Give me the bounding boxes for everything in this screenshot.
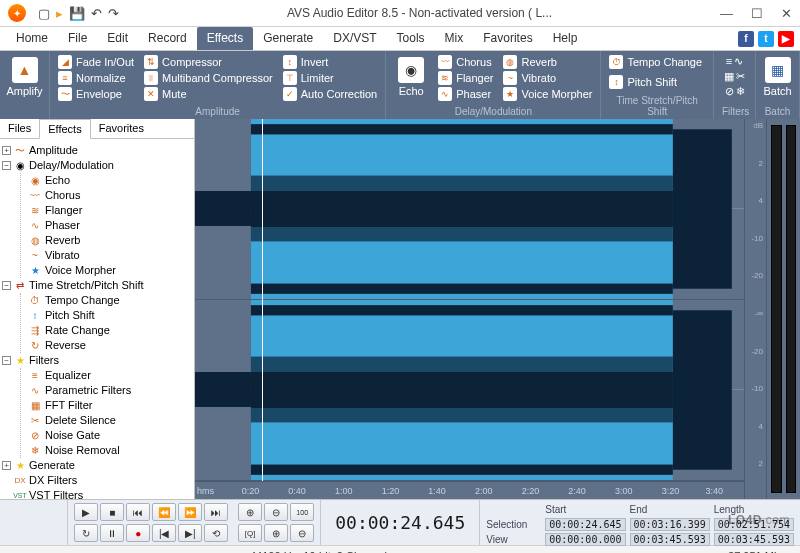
tree-voicemorpher[interactable]: ★Voice Morpher bbox=[29, 263, 192, 278]
zoomout-button[interactable]: ⊖ bbox=[264, 503, 288, 521]
sel-end[interactable]: 00:03:16.399 bbox=[630, 518, 710, 531]
tree-vibrato[interactable]: ~Vibrato bbox=[29, 248, 192, 263]
tree-amplitude[interactable]: +〜Amplitude bbox=[2, 143, 192, 158]
play-button[interactable]: ▶ bbox=[74, 503, 98, 521]
vibrato-button[interactable]: ~Vibrato bbox=[503, 71, 592, 85]
stop-button[interactable]: ■ bbox=[100, 503, 124, 521]
loop-button[interactable]: ⟲ bbox=[204, 524, 228, 542]
tree-deletesilence[interactable]: ✂Delete Silence bbox=[29, 413, 192, 428]
waveform-channel-left[interactable] bbox=[195, 119, 744, 300]
qat-save-icon[interactable]: 💾 bbox=[69, 6, 85, 21]
qat-redo-icon[interactable]: ↷ bbox=[108, 6, 119, 21]
qat-undo-icon[interactable]: ↶ bbox=[91, 6, 102, 21]
reverb-button[interactable]: ◍Reverb bbox=[503, 55, 592, 69]
tab-files[interactable]: Files bbox=[0, 119, 39, 138]
tree-echo[interactable]: ◉Echo bbox=[29, 173, 192, 188]
tree-flanger[interactable]: ≋Flanger bbox=[29, 203, 192, 218]
record-button[interactable]: ● bbox=[126, 524, 150, 542]
menu-record[interactable]: Record bbox=[138, 27, 197, 50]
tab-effects[interactable]: Effects bbox=[39, 119, 90, 139]
tree-noisegate[interactable]: ⊘Noise Gate bbox=[29, 428, 192, 443]
menu-mix[interactable]: Mix bbox=[435, 27, 474, 50]
forward-button[interactable]: ⏩ bbox=[178, 503, 202, 521]
phaser-button[interactable]: ∿Phaser bbox=[438, 87, 493, 101]
autocorrection-button[interactable]: ✓Auto Correction bbox=[283, 87, 377, 101]
filter1-icon[interactable]: ≡ bbox=[726, 55, 732, 68]
envelope-button[interactable]: 〜Envelope bbox=[58, 87, 134, 101]
fadeinout-button[interactable]: ◢Fade In/Out bbox=[58, 55, 134, 69]
pause-button[interactable]: ⏸ bbox=[100, 524, 124, 542]
tree-pitchshift[interactable]: ↕Pitch Shift bbox=[29, 308, 192, 323]
tree-phaser[interactable]: ∿Phaser bbox=[29, 218, 192, 233]
maximize-button[interactable]: ☐ bbox=[751, 6, 763, 21]
compressor-button[interactable]: ⇅Compressor bbox=[144, 55, 273, 69]
tree-filters[interactable]: −★Filters bbox=[2, 353, 192, 368]
start-button[interactable]: ⏮ bbox=[126, 503, 150, 521]
facebook-icon[interactable]: f bbox=[738, 31, 754, 47]
normalize-button[interactable]: ≡Normalize bbox=[58, 71, 134, 85]
playloop-button[interactable]: ↻ bbox=[74, 524, 98, 542]
chorus-button[interactable]: 〰Chorus bbox=[438, 55, 493, 69]
menu-effects[interactable]: Effects bbox=[197, 27, 253, 50]
tree-tempochange[interactable]: ⏱Tempo Change bbox=[29, 293, 192, 308]
view-start[interactable]: 00:00:00.000 bbox=[545, 533, 625, 546]
filter2-icon[interactable]: ∿ bbox=[734, 55, 743, 68]
tempochange-button[interactable]: ⏱Tempo Change bbox=[609, 55, 705, 69]
tree-parametric[interactable]: ∿Parametric Filters bbox=[29, 383, 192, 398]
playhead[interactable] bbox=[262, 119, 263, 481]
zoomsel-button[interactable]: [Q] bbox=[238, 524, 262, 542]
waveform-area[interactable]: hms 0:20 0:40 1:00 1:20 1:40 2:00 2:20 2… bbox=[195, 119, 800, 499]
tree-equalizer[interactable]: ≡Equalizer bbox=[29, 368, 192, 383]
menu-favorites[interactable]: Favorites bbox=[473, 27, 542, 50]
tree-fft[interactable]: ▦FFT Filter bbox=[29, 398, 192, 413]
voicemorpher-button[interactable]: ★Voice Morpher bbox=[503, 87, 592, 101]
qat-open-icon[interactable]: ▸ bbox=[56, 6, 63, 21]
minimize-button[interactable]: — bbox=[720, 6, 733, 21]
end-button[interactable]: ⏭ bbox=[204, 503, 228, 521]
view-end[interactable]: 00:03:45.593 bbox=[630, 533, 710, 546]
menu-tools[interactable]: Tools bbox=[387, 27, 435, 50]
tree-dxfilters[interactable]: DXDX Filters bbox=[14, 473, 192, 488]
tree-reverb[interactable]: ◍Reverb bbox=[29, 233, 192, 248]
amplify-button[interactable]: ▲ Amplify bbox=[8, 55, 41, 99]
zoom100-button[interactable]: 100 bbox=[290, 503, 314, 521]
time-ruler[interactable]: hms 0:20 0:40 1:00 1:20 1:40 2:00 2:20 2… bbox=[195, 481, 744, 499]
close-button[interactable]: ✕ bbox=[781, 6, 792, 21]
zoomselout-button[interactable]: ⊖ bbox=[290, 524, 314, 542]
tree-vstfilters[interactable]: VSTVST Filters bbox=[14, 488, 192, 499]
menu-home[interactable]: Home bbox=[6, 27, 58, 50]
rewind-button[interactable]: ⏪ bbox=[152, 503, 176, 521]
twitter-icon[interactable]: t bbox=[758, 31, 774, 47]
qat-new-icon[interactable]: ▢ bbox=[38, 6, 50, 21]
flanger-button[interactable]: ≋Flanger bbox=[438, 71, 493, 85]
limiter-button[interactable]: ⊤Limiter bbox=[283, 71, 377, 85]
tree-reverse[interactable]: ↻Reverse bbox=[29, 338, 192, 353]
menu-edit[interactable]: Edit bbox=[97, 27, 138, 50]
menu-generate[interactable]: Generate bbox=[253, 27, 323, 50]
menu-file[interactable]: File bbox=[58, 27, 97, 50]
tree-ratechange[interactable]: ⇶Rate Change bbox=[29, 323, 192, 338]
prevmark-button[interactable]: |◀ bbox=[152, 524, 176, 542]
nextmark-button[interactable]: ▶| bbox=[178, 524, 202, 542]
mute-button[interactable]: ✕Mute bbox=[144, 87, 273, 101]
filter6-icon[interactable]: ❄ bbox=[736, 85, 745, 98]
filter3-icon[interactable]: ▦ bbox=[724, 70, 734, 83]
menu-dxvst[interactable]: DX/VST bbox=[323, 27, 386, 50]
filter4-icon[interactable]: ✂ bbox=[736, 70, 745, 83]
menu-help[interactable]: Help bbox=[543, 27, 588, 50]
tree-timestretch[interactable]: −⇄Time Stretch/Pitch Shift bbox=[2, 278, 192, 293]
tree-delay[interactable]: −◉Delay/Modulation bbox=[2, 158, 192, 173]
view-length[interactable]: 00:03:45.593 bbox=[714, 533, 794, 546]
tree-noiseremoval[interactable]: ❄Noise Removal bbox=[29, 443, 192, 458]
zoomselin-button[interactable]: ⊕ bbox=[264, 524, 288, 542]
invert-button[interactable]: ↕Invert bbox=[283, 55, 377, 69]
sel-start[interactable]: 00:00:24.645 bbox=[545, 518, 625, 531]
waveform-channel-right[interactable] bbox=[195, 300, 744, 481]
youtube-icon[interactable]: ▶ bbox=[778, 31, 794, 47]
tab-favorites[interactable]: Favorites bbox=[91, 119, 152, 138]
zoomin-button[interactable]: ⊕ bbox=[238, 503, 262, 521]
batch-button[interactable]: ▦ Batch bbox=[764, 55, 791, 99]
echo-button[interactable]: ◉ Echo bbox=[394, 55, 428, 101]
pitchshift-button[interactable]: ↕Pitch Shift bbox=[609, 75, 705, 89]
tree-chorus[interactable]: 〰Chorus bbox=[29, 188, 192, 203]
